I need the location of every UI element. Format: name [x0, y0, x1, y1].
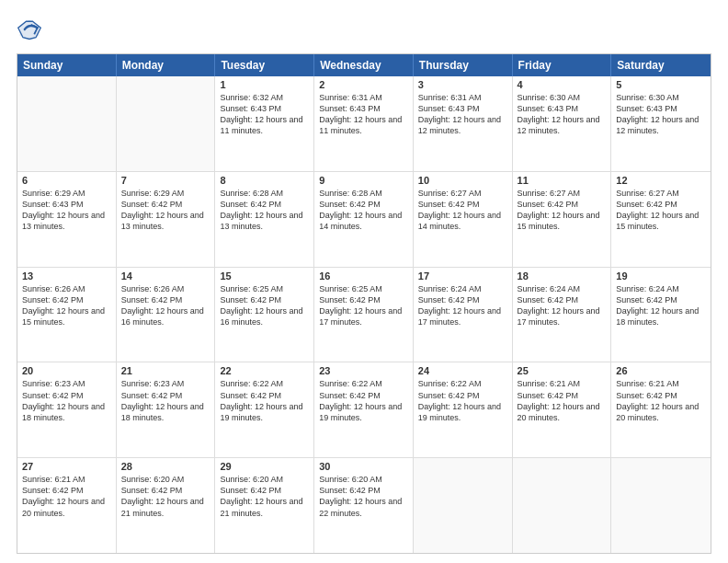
- calendar-cell-2-1: 14Sunrise: 6:26 AMSunset: 6:42 PMDayligh…: [117, 268, 216, 362]
- calendar-row-0: 1Sunrise: 6:32 AMSunset: 6:43 PMDaylight…: [17, 76, 711, 172]
- calendar-cell-1-4: 10Sunrise: 6:27 AMSunset: 6:42 PMDayligh…: [414, 172, 513, 267]
- cell-detail: Sunrise: 6:32 AMSunset: 6:43 PMDaylight:…: [220, 92, 309, 137]
- calendar-cell-3-3: 23Sunrise: 6:22 AMSunset: 6:42 PMDayligh…: [314, 362, 414, 457]
- day-number: 7: [121, 175, 210, 186]
- calendar-cell-0-3: 2Sunrise: 6:31 AMSunset: 6:43 PMDaylight…: [314, 76, 414, 171]
- cell-detail: Sunrise: 6:20 AMSunset: 6:42 PMDaylight:…: [220, 474, 309, 519]
- header-day-tuesday: Tuesday: [215, 54, 314, 76]
- cell-detail: Sunrise: 6:22 AMSunset: 6:42 PMDaylight:…: [220, 378, 309, 423]
- cell-detail: Sunrise: 6:21 AMSunset: 6:42 PMDaylight:…: [518, 378, 607, 423]
- day-number: 11: [518, 175, 607, 186]
- day-number: 15: [220, 270, 309, 282]
- day-number: 27: [22, 461, 111, 472]
- day-number: 18: [518, 270, 607, 282]
- cell-detail: Sunrise: 6:31 AMSunset: 6:43 PMDaylight:…: [319, 92, 408, 137]
- day-number: 12: [616, 175, 706, 186]
- cell-detail: Sunrise: 6:22 AMSunset: 6:42 PMDaylight:…: [319, 378, 408, 423]
- calendar-cell-4-3: 30Sunrise: 6:20 AMSunset: 6:42 PMDayligh…: [314, 458, 414, 553]
- day-number: 22: [220, 365, 309, 376]
- calendar-cell-2-5: 18Sunrise: 6:24 AMSunset: 6:42 PMDayligh…: [513, 268, 612, 362]
- cell-detail: Sunrise: 6:27 AMSunset: 6:42 PMDaylight:…: [616, 188, 706, 233]
- header-day-monday: Monday: [117, 54, 216, 76]
- calendar-cell-0-6: 5Sunrise: 6:30 AMSunset: 6:43 PMDaylight…: [611, 76, 711, 171]
- calendar-cell-0-0: [17, 76, 117, 171]
- header-day-friday: Friday: [513, 54, 612, 76]
- cell-detail: Sunrise: 6:24 AMSunset: 6:42 PMDaylight:…: [616, 283, 706, 328]
- cell-detail: Sunrise: 6:27 AMSunset: 6:42 PMDaylight:…: [518, 188, 607, 233]
- day-number: 1: [220, 79, 309, 90]
- day-number: 8: [220, 175, 309, 186]
- calendar-cell-3-0: 20Sunrise: 6:23 AMSunset: 6:42 PMDayligh…: [17, 362, 117, 457]
- day-number: 3: [418, 79, 507, 90]
- cell-detail: Sunrise: 6:25 AMSunset: 6:42 PMDaylight:…: [220, 283, 309, 328]
- cell-detail: Sunrise: 6:22 AMSunset: 6:42 PMDaylight:…: [418, 378, 507, 423]
- cell-detail: Sunrise: 6:30 AMSunset: 6:43 PMDaylight:…: [518, 92, 607, 137]
- day-number: 9: [319, 175, 408, 186]
- calendar-cell-2-2: 15Sunrise: 6:25 AMSunset: 6:42 PMDayligh…: [215, 268, 314, 362]
- calendar-cell-1-3: 9Sunrise: 6:28 AMSunset: 6:42 PMDaylight…: [314, 172, 414, 267]
- cell-detail: Sunrise: 6:23 AMSunset: 6:42 PMDaylight:…: [121, 378, 210, 423]
- cell-detail: Sunrise: 6:21 AMSunset: 6:42 PMDaylight:…: [22, 474, 111, 519]
- calendar-cell-3-5: 25Sunrise: 6:21 AMSunset: 6:42 PMDayligh…: [513, 362, 612, 457]
- calendar-cell-0-2: 1Sunrise: 6:32 AMSunset: 6:43 PMDaylight…: [215, 76, 314, 171]
- calendar-cell-4-1: 28Sunrise: 6:20 AMSunset: 6:42 PMDayligh…: [117, 458, 216, 553]
- day-number: 19: [616, 270, 706, 282]
- cell-detail: Sunrise: 6:27 AMSunset: 6:42 PMDaylight:…: [418, 188, 507, 233]
- cell-detail: Sunrise: 6:30 AMSunset: 6:43 PMDaylight:…: [616, 92, 706, 137]
- calendar-cell-0-5: 4Sunrise: 6:30 AMSunset: 6:43 PMDaylight…: [513, 76, 612, 171]
- calendar-cell-2-6: 19Sunrise: 6:24 AMSunset: 6:42 PMDayligh…: [611, 268, 711, 362]
- cell-detail: Sunrise: 6:24 AMSunset: 6:42 PMDaylight:…: [418, 283, 507, 328]
- page: SundayMondayTuesdayWednesdayThursdayFrid…: [0, 0, 728, 563]
- calendar-cell-2-3: 16Sunrise: 6:25 AMSunset: 6:42 PMDayligh…: [314, 268, 414, 362]
- calendar-body: 1Sunrise: 6:32 AMSunset: 6:43 PMDaylight…: [17, 76, 711, 553]
- header-day-thursday: Thursday: [414, 54, 513, 76]
- cell-detail: Sunrise: 6:20 AMSunset: 6:42 PMDaylight:…: [121, 474, 210, 519]
- calendar-cell-3-1: 21Sunrise: 6:23 AMSunset: 6:42 PMDayligh…: [117, 362, 216, 457]
- cell-detail: Sunrise: 6:29 AMSunset: 6:42 PMDaylight:…: [121, 188, 210, 233]
- calendar-cell-4-0: 27Sunrise: 6:21 AMSunset: 6:42 PMDayligh…: [17, 458, 117, 553]
- calendar-row-4: 27Sunrise: 6:21 AMSunset: 6:42 PMDayligh…: [17, 458, 711, 553]
- calendar-cell-0-4: 3Sunrise: 6:31 AMSunset: 6:43 PMDaylight…: [414, 76, 513, 171]
- day-number: 24: [418, 365, 507, 376]
- logo: [17, 17, 46, 42]
- header: [17, 17, 711, 42]
- day-number: 17: [418, 270, 507, 282]
- calendar-cell-1-0: 6Sunrise: 6:29 AMSunset: 6:43 PMDaylight…: [17, 172, 117, 267]
- day-number: 6: [22, 175, 111, 186]
- day-number: 26: [616, 365, 706, 376]
- calendar-cell-3-2: 22Sunrise: 6:22 AMSunset: 6:42 PMDayligh…: [215, 362, 314, 457]
- day-number: 29: [220, 461, 309, 472]
- cell-detail: Sunrise: 6:21 AMSunset: 6:42 PMDaylight:…: [616, 378, 706, 423]
- day-number: 14: [121, 270, 210, 282]
- header-day-saturday: Saturday: [611, 54, 711, 76]
- day-number: 30: [319, 461, 408, 472]
- calendar-row-3: 20Sunrise: 6:23 AMSunset: 6:42 PMDayligh…: [17, 362, 711, 458]
- cell-detail: Sunrise: 6:29 AMSunset: 6:43 PMDaylight:…: [22, 188, 111, 233]
- calendar-header: SundayMondayTuesdayWednesdayThursdayFrid…: [17, 54, 711, 76]
- calendar-cell-1-5: 11Sunrise: 6:27 AMSunset: 6:42 PMDayligh…: [513, 172, 612, 267]
- cell-detail: Sunrise: 6:28 AMSunset: 6:42 PMDaylight:…: [220, 188, 309, 233]
- calendar-cell-2-4: 17Sunrise: 6:24 AMSunset: 6:42 PMDayligh…: [414, 268, 513, 362]
- cell-detail: Sunrise: 6:24 AMSunset: 6:42 PMDaylight:…: [518, 283, 607, 328]
- calendar-cell-4-5: [513, 458, 612, 553]
- calendar-row-2: 13Sunrise: 6:26 AMSunset: 6:42 PMDayligh…: [17, 268, 711, 363]
- calendar-cell-4-2: 29Sunrise: 6:20 AMSunset: 6:42 PMDayligh…: [215, 458, 314, 553]
- day-number: 2: [319, 79, 408, 90]
- calendar-cell-4-6: [611, 458, 711, 553]
- calendar-cell-2-0: 13Sunrise: 6:26 AMSunset: 6:42 PMDayligh…: [17, 268, 117, 362]
- cell-detail: Sunrise: 6:31 AMSunset: 6:43 PMDaylight:…: [418, 92, 507, 137]
- calendar-cell-1-1: 7Sunrise: 6:29 AMSunset: 6:42 PMDaylight…: [117, 172, 216, 267]
- day-number: 5: [616, 79, 706, 90]
- day-number: 21: [121, 365, 210, 376]
- day-number: 10: [418, 175, 507, 186]
- day-number: 20: [22, 365, 111, 376]
- calendar-cell-0-1: [117, 76, 216, 171]
- logo-icon: [17, 17, 42, 42]
- calendar: SundayMondayTuesdayWednesdayThursdayFrid…: [17, 53, 711, 554]
- day-number: 13: [22, 270, 111, 282]
- cell-detail: Sunrise: 6:26 AMSunset: 6:42 PMDaylight:…: [22, 283, 111, 328]
- day-number: 25: [518, 365, 607, 376]
- cell-detail: Sunrise: 6:25 AMSunset: 6:42 PMDaylight:…: [319, 283, 408, 328]
- cell-detail: Sunrise: 6:20 AMSunset: 6:42 PMDaylight:…: [319, 474, 408, 519]
- day-number: 28: [121, 461, 210, 472]
